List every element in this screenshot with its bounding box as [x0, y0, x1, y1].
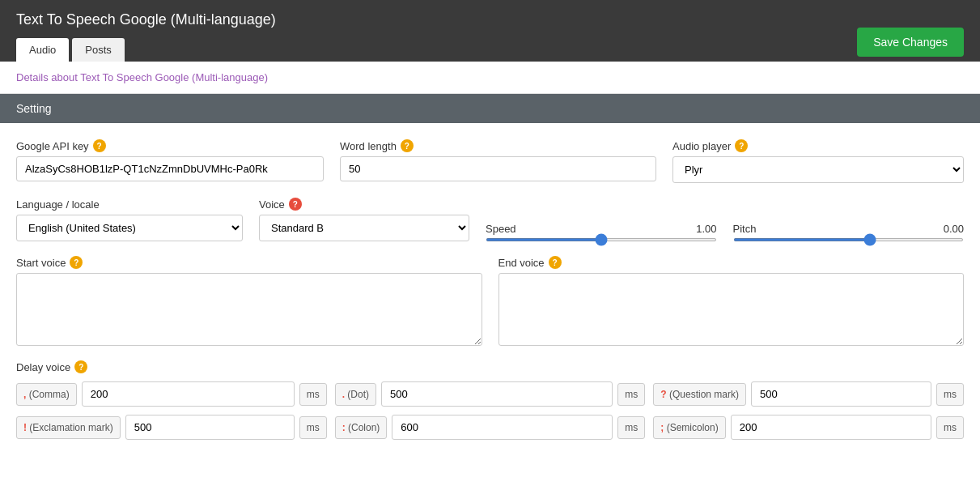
- header: Text To Speech Google (Multi-language) A…: [0, 0, 980, 62]
- delay-voice-section: Delay voice ? , (Comma) ms . (Dot): [16, 360, 964, 440]
- setting-section: Setting Google API key ? Word length ?: [0, 94, 980, 456]
- delay-item-colon: : (Colon) ms: [335, 415, 646, 440]
- speed-slider[interactable]: [486, 238, 717, 241]
- delay-comma-input[interactable]: [82, 381, 295, 407]
- audio-player-help-icon[interactable]: ?: [735, 139, 748, 152]
- group-api-key: Google API key ?: [16, 139, 324, 181]
- delay-comma-label: , (Comma): [16, 383, 77, 406]
- delay-dot-unit: ms: [617, 383, 645, 406]
- group-language: Language / locale English (United States…: [16, 198, 243, 241]
- delay-colon-unit: ms: [617, 416, 645, 439]
- delay-question-label: ? (Question mark): [653, 383, 746, 406]
- end-voice-textarea[interactable]: [498, 273, 965, 346]
- language-label: Language / locale: [16, 198, 243, 211]
- row-start-end-voice: Start voice ? End voice ?: [16, 256, 964, 346]
- delay-exclamation-unit: ms: [299, 416, 327, 439]
- delay-comma-unit: ms: [299, 383, 327, 406]
- api-key-input[interactable]: [16, 156, 324, 181]
- delay-semicolon-input[interactable]: [731, 415, 931, 440]
- delay-semicolon-label: ; (Semicolon): [653, 416, 725, 439]
- start-voice-textarea[interactable]: [16, 273, 482, 346]
- delay-colon-label: : (Colon): [335, 416, 388, 439]
- info-link[interactable]: Details about Text To Speech Google (Mul…: [16, 71, 268, 83]
- delay-voice-label-row: Delay voice ?: [16, 360, 964, 373]
- tab-audio[interactable]: Audio: [16, 38, 69, 62]
- voice-label: Voice ?: [259, 198, 469, 211]
- delay-exclamation-label: ! (Exclamation mark): [16, 416, 121, 439]
- word-length-label: Word length ?: [340, 139, 656, 152]
- section-body: Google API key ? Word length ? Audio pla…: [0, 123, 980, 456]
- delay-dot-input[interactable]: [381, 381, 613, 407]
- audio-player-label: Audio player ?: [672, 139, 964, 152]
- save-button[interactable]: Save Changes: [857, 28, 964, 57]
- api-key-help-icon[interactable]: ?: [93, 139, 106, 152]
- voice-select[interactable]: Standard B: [259, 215, 469, 241]
- group-word-length: Word length ?: [340, 139, 656, 181]
- word-length-help-icon[interactable]: ?: [401, 139, 414, 152]
- delay-dot-label: . (Dot): [335, 383, 376, 406]
- end-voice-help-icon[interactable]: ?: [549, 256, 562, 269]
- word-length-input[interactable]: [340, 156, 656, 181]
- delay-item-question: ? (Question mark) ms: [653, 381, 964, 407]
- delay-item-dot: . (Dot) ms: [335, 381, 646, 407]
- delay-item-comma: , (Comma) ms: [16, 381, 327, 407]
- delay-item-exclamation: ! (Exclamation mark) ms: [16, 415, 327, 440]
- group-end-voice: End voice ?: [498, 256, 965, 346]
- delay-exclamation-input[interactable]: [125, 415, 295, 440]
- group-voice: Voice ? Standard B: [259, 198, 469, 241]
- voice-help-icon[interactable]: ?: [289, 198, 302, 211]
- section-header: Setting: [0, 94, 980, 123]
- delay-colon-input[interactable]: [392, 415, 613, 440]
- delay-question-unit: ms: [936, 383, 964, 406]
- tab-posts[interactable]: Posts: [72, 38, 125, 62]
- group-audio-player: Audio player ? Plyr: [672, 139, 964, 183]
- api-key-label: Google API key ?: [16, 139, 324, 152]
- row-lang-voice-speed-pitch: Language / locale English (United States…: [16, 198, 964, 241]
- start-voice-help-icon[interactable]: ?: [70, 256, 83, 269]
- pitch-slider[interactable]: [733, 238, 965, 241]
- delay-semicolon-unit: ms: [936, 416, 964, 439]
- speed-group: Speed 1.00: [486, 223, 717, 241]
- language-select[interactable]: English (United States): [16, 215, 243, 241]
- delay-question-input[interactable]: [751, 381, 931, 407]
- end-voice-label: End voice ?: [498, 256, 965, 269]
- row-api-word-audio: Google API key ? Word length ? Audio pla…: [16, 139, 964, 183]
- group-start-voice: Start voice ?: [16, 256, 482, 346]
- audio-player-select[interactable]: Plyr: [672, 156, 964, 183]
- delay-grid: , (Comma) ms . (Dot) ms: [16, 381, 964, 440]
- header-tabs: Audio Posts: [16, 38, 276, 62]
- delay-item-semicolon: ; (Semicolon) ms: [653, 415, 964, 440]
- page-title: Text To Speech Google (Multi-language): [16, 11, 276, 28]
- speed-pitch-container: Speed 1.00 Pitch 0.00: [486, 223, 964, 241]
- delay-voice-help-icon[interactable]: ?: [74, 360, 87, 373]
- info-bar: Details about Text To Speech Google (Mul…: [0, 62, 980, 94]
- start-voice-label: Start voice ?: [16, 256, 482, 269]
- pitch-group: Pitch 0.00: [733, 223, 965, 241]
